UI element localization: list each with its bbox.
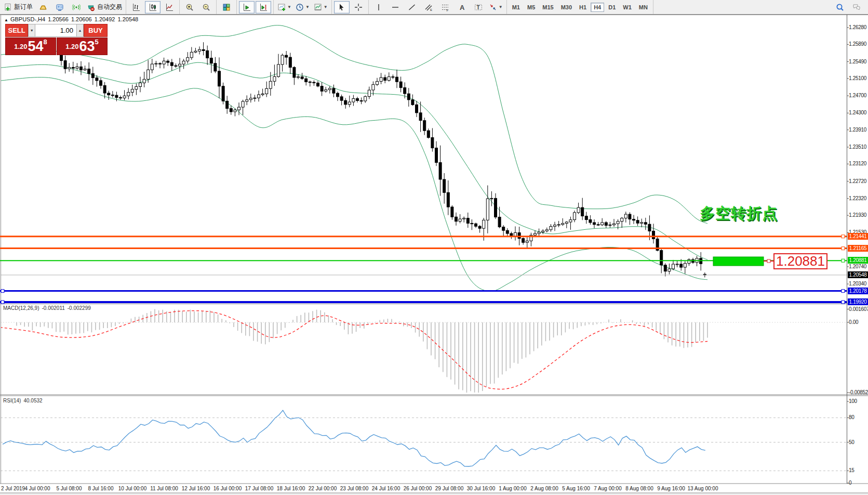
sell-price-tile[interactable]: 1.20548: [5, 37, 56, 55]
chart-shift-button[interactable]: [256, 1, 271, 14]
price-flag-label[interactable]: 1.20881: [773, 253, 827, 269]
signal-button[interactable]: [69, 1, 84, 14]
volume-decrease-button[interactable]: ▼: [28, 24, 35, 37]
date-axis-label: 23 Jul 08:00: [340, 486, 369, 491]
timeframe-h1-button[interactable]: H1: [576, 3, 590, 12]
auto-scroll-button[interactable]: [239, 1, 255, 14]
candle-body: [664, 265, 666, 271]
new-order-button[interactable]: 新订单: [2, 1, 34, 14]
timeframe-mn-button[interactable]: MN: [636, 3, 651, 12]
chart-text-annotation[interactable]: 多空转折点: [700, 203, 778, 224]
mt4-window: { "toolbar": { "groups": [ {"items":[ {"…: [0, 0, 868, 495]
volume-input[interactable]: [35, 24, 76, 37]
periods-button[interactable]: ▼: [294, 1, 311, 14]
line-handle[interactable]: [1, 301, 4, 304]
candlestick-mode-button[interactable]: [145, 1, 161, 14]
indicators-button[interactable]: ▼: [276, 1, 293, 14]
volume-increase-button[interactable]: ▲: [76, 24, 84, 37]
sell-button[interactable]: SELL: [5, 24, 28, 37]
horizontal-line-button[interactable]: [388, 1, 403, 14]
candle-body: [609, 225, 611, 225]
candle-body: [443, 179, 446, 192]
chat-icon: [852, 3, 861, 11]
dropdown-caret-icon[interactable]: ▼: [305, 5, 310, 9]
search-button[interactable]: [832, 1, 848, 14]
equidistant-channel-button[interactable]: E: [421, 1, 436, 14]
candle-body: [506, 230, 509, 233]
data-window-button[interactable]: [52, 1, 68, 14]
bar-chart-mode-button[interactable]: [128, 1, 144, 14]
candle-body: [478, 226, 481, 228]
candle-body: [640, 223, 643, 224]
crosshair-button[interactable]: [351, 1, 366, 14]
text-label-button[interactable]: T: [471, 1, 486, 14]
signal-icon: [72, 3, 81, 11]
auto-trading-button[interactable]: 自动交易: [85, 1, 124, 14]
new-order-label: 新订单: [14, 3, 33, 11]
collapse-panel-icon[interactable]: ▲: [4, 18, 8, 22]
line-handle[interactable]: [842, 247, 845, 250]
macd-plot: [0, 309, 847, 393]
candle-body: [115, 95, 118, 97]
candle-body: [565, 222, 568, 224]
timeframe-d1-button[interactable]: D1: [605, 3, 619, 12]
dropdown-caret-icon[interactable]: ▼: [499, 5, 503, 9]
market-watch-button[interactable]: [35, 1, 51, 14]
line-handle[interactable]: [842, 235, 845, 238]
arrows-button[interactable]: ▼: [487, 1, 504, 14]
line-handle[interactable]: [842, 301, 845, 304]
text-button[interactable]: A: [454, 1, 470, 14]
dropdown-caret-icon[interactable]: ▼: [287, 5, 291, 9]
tile-windows-button[interactable]: [219, 1, 234, 14]
candle-body: [206, 50, 209, 58]
candle-body: [652, 231, 655, 239]
candle-body: [317, 83, 319, 86]
ohlc-open: 1.20566: [48, 16, 69, 22]
candle-body: [151, 64, 153, 70]
zoom-out-button[interactable]: [198, 1, 214, 14]
timeframe-m1-button[interactable]: M1: [509, 3, 523, 12]
svg-text:F: F: [446, 8, 448, 11]
templates-button[interactable]: ▼: [312, 1, 329, 14]
candle-body: [163, 61, 165, 64]
dropdown-caret-icon[interactable]: ▼: [324, 5, 328, 9]
price-chart[interactable]: [0, 0, 868, 495]
chat-button[interactable]: [849, 1, 864, 14]
candle-body: [483, 220, 485, 228]
candle-body: [96, 78, 98, 81]
buy-button[interactable]: BUY: [84, 24, 108, 37]
line-handle[interactable]: [842, 290, 845, 293]
candle-body: [337, 93, 339, 97]
candle-body: [404, 88, 406, 94]
candle-body: [100, 81, 102, 85]
cursor-button[interactable]: [334, 1, 350, 14]
timeframe-m15-button[interactable]: M15: [539, 3, 556, 12]
rsi-axis-tick: 15: [849, 467, 868, 474]
candle-body: [182, 61, 185, 64]
timeframe-w1-button[interactable]: W1: [620, 3, 635, 12]
candle-body: [605, 223, 607, 226]
candle-body: [313, 82, 315, 83]
candle-body: [573, 213, 576, 220]
line-handle[interactable]: [842, 259, 845, 262]
timeframe-h4-button[interactable]: H4: [591, 3, 604, 12]
candle-body: [269, 81, 272, 88]
candle-body: [490, 198, 493, 199]
date-axis-label: 26 Jul 00:00: [404, 486, 432, 491]
line-handle[interactable]: [1, 290, 4, 293]
fibonacci-button[interactable]: F: [437, 1, 453, 14]
line-chart-mode-button[interactable]: [162, 1, 177, 14]
timeframe-m30-button[interactable]: M30: [558, 3, 575, 12]
highlight-rectangle[interactable]: [713, 257, 764, 266]
trendline-button[interactable]: [404, 1, 420, 14]
buy-price-tile[interactable]: 1.20635: [57, 37, 108, 55]
ohlc-close: 1.20548: [117, 16, 138, 22]
vertical-line-button[interactable]: [371, 1, 386, 14]
flag-handle[interactable]: [767, 259, 770, 263]
candle-body: [495, 198, 497, 217]
macd-axis-tick: 0.001607: [849, 306, 868, 312]
zoom-in-button[interactable]: [182, 1, 197, 14]
date-axis-label: 29 Jul 08:00: [435, 486, 464, 491]
buy-price-big: 63: [79, 40, 95, 54]
timeframe-m5-button[interactable]: M5: [524, 3, 538, 12]
